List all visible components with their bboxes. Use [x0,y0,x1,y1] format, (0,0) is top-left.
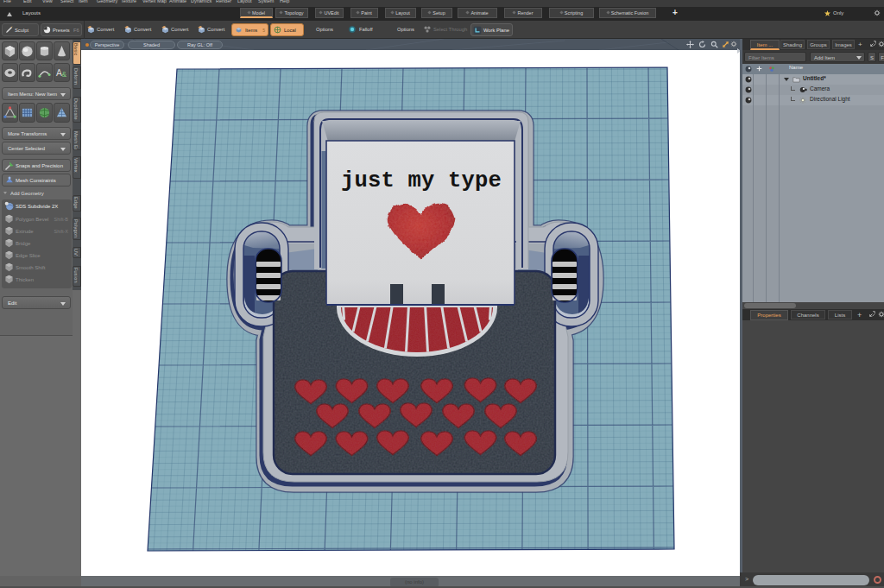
svg-text:just my type: just my type [341,168,502,193]
svg-text:&: & [62,70,67,79]
